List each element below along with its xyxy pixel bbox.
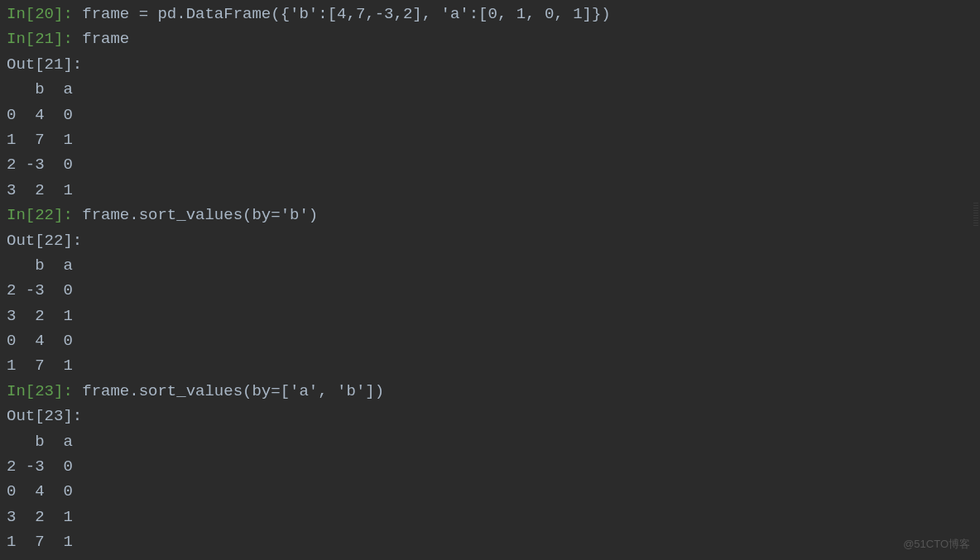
- output-line: 0 4 0: [7, 103, 973, 127]
- out-prompt: Out[23]:: [7, 407, 82, 425]
- output-line: 2 -3 0: [7, 278, 973, 303]
- in-prompt: In[23]:: [7, 382, 73, 400]
- in-code: frame: [73, 30, 129, 48]
- in-prompt: In[22]:: [7, 206, 73, 224]
- output-line: b a: [7, 77, 973, 102]
- out-prompt: Out[22]:: [7, 232, 82, 250]
- out-prompt: Out[21]:: [7, 55, 82, 74]
- output-line: b a: [7, 253, 973, 278]
- output-line: 1 7 1: [7, 353, 973, 378]
- output-prompt-line: Out[22]:: [7, 228, 973, 253]
- input-line: In[22]: frame.sort_values(by='b'): [7, 203, 973, 227]
- scrollbar-indicator[interactable]: [973, 203, 978, 226]
- in-prompt: In[20]:: [7, 5, 73, 23]
- output-prompt-line: Out[21]:: [7, 52, 973, 77]
- in-code: frame.sort_values(by='b'): [73, 206, 318, 224]
- output-line: 3 2 1: [7, 505, 973, 529]
- output-line: 1 7 1: [7, 127, 973, 152]
- output-line: 0 4 0: [7, 479, 973, 504]
- input-line: In[21]: frame: [7, 26, 973, 51]
- input-line: In[23]: frame.sort_values(by=['a', 'b']): [7, 379, 973, 404]
- input-line: In[20]: frame = pd.DataFrame({'b':[4,7,-…: [7, 2, 973, 26]
- output-line: 3 2 1: [7, 304, 973, 328]
- in-code: frame.sort_values(by=['a', 'b']): [73, 382, 384, 400]
- output-line: b a: [7, 429, 973, 454]
- in-prompt: In[21]:: [7, 30, 73, 48]
- output-line: 0 4 0: [7, 328, 973, 353]
- output-line: 3 2 1: [7, 178, 973, 203]
- output-line: 1 7 1: [7, 529, 973, 554]
- in-code: frame = pd.DataFrame({'b':[4,7,-3,2], 'a…: [73, 5, 611, 23]
- output-line: 2 -3 0: [7, 454, 973, 479]
- watermark-text: @51CTO博客: [903, 536, 970, 553]
- output-prompt-line: Out[23]:: [7, 404, 973, 428]
- output-line: 2 -3 0: [7, 152, 973, 177]
- terminal-output[interactable]: In[20]: frame = pd.DataFrame({'b':[4,7,-…: [0, 0, 980, 557]
